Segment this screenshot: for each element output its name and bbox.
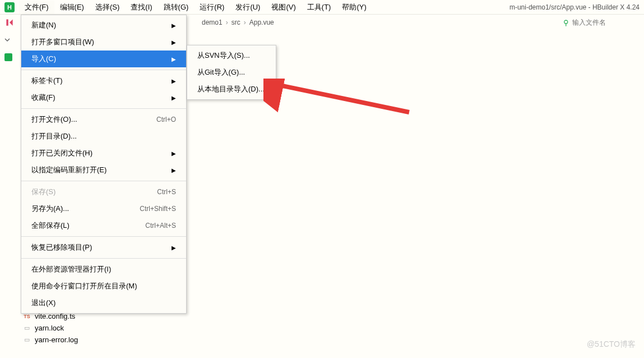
dropdown-shortcut: Ctrl+S: [157, 188, 176, 196]
dropdown-item[interactable]: 收藏(F)▶: [21, 89, 186, 106]
dropdown-item-label: 在外部资源管理器打开(I): [31, 264, 176, 274]
search-input[interactable]: [572, 19, 640, 26]
toolbar-back-icon[interactable]: [4, 17, 15, 27]
breadcrumb-sep: ›: [244, 19, 246, 26]
chevron-right-icon: ▶: [172, 22, 176, 29]
menu-file[interactable]: 文件(F): [19, 1, 54, 14]
dropdown-item-label: 收藏(F): [31, 93, 172, 103]
dropdown-item-label: 退出(X): [31, 298, 176, 308]
dropdown-shortcut: Ctrl+O: [156, 116, 176, 123]
tree-collapse-icon[interactable]: [3, 36, 11, 44]
submenu-item[interactable]: 从Git导入(G)...: [187, 64, 276, 81]
ts-file-icon: TS: [22, 314, 31, 319]
file-file-icon: ▭: [22, 324, 31, 332]
menu-view[interactable]: 视图(V): [266, 1, 301, 14]
chevron-right-icon: ▶: [172, 150, 176, 157]
dropdown-separator: [21, 181, 186, 181]
sidebar: [0, 30, 17, 358]
file-menu-dropdown: 新建(N)▶打开多窗口项目(W)▶导入(C)▶标签卡(T)▶收藏(F)▶打开文件…: [21, 15, 187, 314]
dropdown-item[interactable]: 导入(C)▶: [21, 51, 186, 67]
chevron-right-icon: ▶: [172, 167, 176, 173]
file-name: yarn-error.log: [35, 336, 78, 344]
dropdown-item-label: 保存(S): [31, 187, 157, 197]
dropdown-item-label: 导入(C): [31, 54, 172, 64]
menu-tools[interactable]: 工具(T): [302, 1, 337, 14]
submenu-item[interactable]: 从SVN导入(S)...: [187, 47, 276, 64]
dropdown-item-label: 另存为(A)...: [31, 204, 140, 214]
file-file-icon: ▭: [22, 336, 31, 343]
file-item[interactable]: ▭yarn-error.log: [22, 334, 80, 346]
dropdown-item-label: 打开文件(O)...: [31, 114, 156, 125]
menu-edit[interactable]: 编辑(E): [54, 1, 90, 14]
dropdown-shortcut: Ctrl+Alt+S: [145, 222, 176, 230]
chevron-right-icon: ▶: [172, 39, 176, 45]
dropdown-item-label: 恢复已移除项目(P): [31, 242, 172, 253]
chevron-right-icon: ▶: [172, 245, 176, 251]
app-sidebar-icon[interactable]: [3, 52, 13, 62]
dropdown-item[interactable]: 以指定编码重新打开(E)▶: [21, 162, 186, 178]
submenu-item[interactable]: 从本地目录导入(D)...: [187, 81, 276, 98]
dropdown-item-label: 全部保存(L): [31, 221, 145, 231]
dropdown-item[interactable]: 使用命令行窗口打开所在目录(M): [21, 278, 186, 295]
dropdown-item[interactable]: 打开多窗口项目(W)▶: [21, 34, 186, 51]
breadcrumb: demo1 › src › App.vue: [202, 19, 274, 26]
dropdown-item-label: 打开目录(D)...: [31, 131, 176, 141]
dropdown-shortcut: Ctrl+Shift+S: [140, 205, 176, 213]
dropdown-item[interactable]: 打开目录(D)...: [21, 128, 186, 145]
menubar: H 文件(F) 编辑(E) 选择(S) 查找(I) 跳转(G) 运行(R) 发行…: [0, 0, 644, 15]
dropdown-item[interactable]: 保存(S)Ctrl+S: [21, 183, 186, 200]
menu-select[interactable]: 选择(S): [90, 1, 125, 14]
dropdown-item[interactable]: 恢复已移除项目(P)▶: [21, 239, 186, 256]
dropdown-item[interactable]: 另存为(A)...Ctrl+Shift+S: [21, 200, 186, 217]
breadcrumb-seg[interactable]: App.vue: [249, 19, 274, 26]
dropdown-item[interactable]: 全部保存(L)Ctrl+Alt+S: [21, 217, 186, 234]
menu-run[interactable]: 运行(R): [194, 1, 230, 14]
search-icon[interactable]: ⚲: [563, 19, 569, 27]
dropdown-item[interactable]: 在外部资源管理器打开(I): [21, 261, 186, 278]
dropdown-item-label: 打开多窗口项目(W): [31, 37, 172, 47]
dropdown-item-label: 使用命令行窗口打开所在目录(M): [31, 281, 176, 291]
import-submenu: 从SVN导入(S)...从Git导入(G)...从本地目录导入(D)...: [187, 45, 276, 100]
menu-goto[interactable]: 跳转(G): [158, 1, 194, 14]
window-title: m-uni-demo1/src/App.vue - HBuilder X 4.2…: [509, 3, 640, 11]
chevron-right-icon: ▶: [172, 78, 176, 84]
breadcrumb-seg[interactable]: src: [231, 19, 240, 26]
dropdown-item-label: 标签卡(T): [31, 76, 172, 86]
search-box: ⚲: [563, 19, 640, 27]
menu-publish[interactable]: 发行(U): [230, 1, 266, 14]
dropdown-separator: [21, 236, 186, 237]
breadcrumb-seg[interactable]: demo1: [202, 19, 223, 26]
dropdown-item-label: 新建(N): [31, 20, 172, 30]
menu-find[interactable]: 查找(I): [125, 1, 157, 14]
svg-rect-0: [4, 53, 12, 61]
watermark: @51CTO博客: [587, 339, 636, 350]
dropdown-separator: [21, 258, 186, 259]
dropdown-item-label: 打开已关闭文件(H): [31, 148, 172, 158]
dropdown-item[interactable]: 标签卡(T)▶: [21, 72, 186, 89]
chevron-right-icon: ▶: [172, 95, 176, 101]
dropdown-item[interactable]: 新建(N)▶: [21, 17, 186, 34]
file-name: yarn.lock: [35, 324, 64, 332]
dropdown-separator: [21, 108, 186, 109]
dropdown-item[interactable]: 打开已关闭文件(H)▶: [21, 145, 186, 162]
menu-help[interactable]: 帮助(Y): [336, 1, 372, 14]
breadcrumb-sep: ›: [226, 19, 228, 26]
dropdown-item-label: 以指定编码重新打开(E): [31, 165, 172, 175]
file-item[interactable]: ▭yarn.lock: [22, 322, 80, 334]
app-icon: H: [4, 2, 15, 12]
dropdown-item[interactable]: 打开文件(O)...Ctrl+O: [21, 111, 186, 128]
chevron-right-icon: ▶: [172, 56, 176, 62]
dropdown-item[interactable]: 退出(X): [21, 295, 186, 311]
dropdown-separator: [21, 70, 186, 70]
